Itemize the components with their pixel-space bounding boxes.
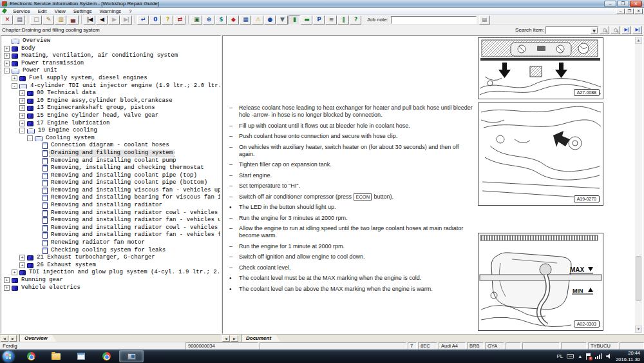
expand-toggle[interactable]: + [19,113,25,119]
expand-toggle[interactable]: + [19,121,25,126]
search-previous-button[interactable] [600,26,609,34]
tree-item[interactable]: Connection diagram - coolant hoses [1,142,220,150]
tree-item[interactable]: +26 Exhaust system [1,262,220,270]
tree-item[interactable]: +Fuel supply system, diesel engines [1,75,220,83]
vehicle-button[interactable]: ▄ [67,15,79,25]
menu-view[interactable]: View [50,8,69,15]
jump-next-button[interactable]: ▶| [632,26,642,34]
next-page-button[interactable]: ▶ [108,15,120,25]
tab-overview[interactable]: Overview [19,335,57,342]
minimize-button[interactable]: – [604,1,616,7]
mdi-minimize-button[interactable]: – [616,8,625,14]
expand-toggle[interactable]: + [4,285,10,291]
taskbar-window-button[interactable] [69,350,93,362]
language-indicator[interactable]: PL [556,353,563,359]
transfer-button[interactable]: ⇄ [174,15,185,25]
tab-scroll-left-icon[interactable]: ◀ [222,335,230,342]
tree-item[interactable]: -4-cylinder TDI unit injector engine (1.… [1,83,220,90]
tree-item[interactable]: +Power transmission [1,60,220,68]
component-search-button[interactable]: ◆ [227,15,239,25]
new-document-button[interactable]: □ [30,15,42,25]
tree-item[interactable]: Removing and installing coolant pipe (bo… [1,179,220,187]
expand-toggle[interactable]: + [12,75,17,81]
tree-item[interactable]: +00 Technical data [1,90,220,97]
taskbar-elsa-button[interactable] [119,350,144,362]
tree-item[interactable]: Removing and installing coolant pipe (to… [1,172,220,180]
mdi-restore-button[interactable]: ❒ [625,8,634,14]
expand-toggle[interactable]: - [4,68,10,74]
expand-toggle[interactable]: - [27,135,33,141]
tab-scroll-right-icon[interactable]: ▶ [231,335,238,342]
tab-scroll-right-icon[interactable]: ▶ [9,335,17,342]
tree-item[interactable]: +13 Enginecrankshaft group, pistons [1,104,220,112]
notepad-button[interactable]: ≡ [325,15,337,25]
menu-help[interactable]: ? [125,8,135,15]
chevron-down-icon[interactable]: ▼ [591,27,598,34]
tree-item[interactable]: Removing and installing viscous fan - ve… [1,187,220,195]
expand-toggle[interactable]: + [4,46,10,52]
tree-item[interactable]: +Running gear [1,277,220,284]
tree-item[interactable]: Removing, installing and checking thermo… [1,164,220,172]
expand-toggle[interactable]: + [4,53,10,59]
keyboard-icon[interactable] [567,354,574,358]
tree-item[interactable]: Checking cooling system for leaks [1,247,220,255]
tree-item[interactable]: +15 Engine cylinder head, valve gear [1,112,220,120]
expand-toggle[interactable]: + [19,105,25,111]
service-schedules-button[interactable]: $ [215,15,227,25]
search-item-combobox[interactable]: ▼ [545,26,598,34]
scrollbar-thumb[interactable] [636,256,641,301]
tree-item[interactable]: +10 Engine assy,cylinder block,crankcase [1,97,220,105]
expand-toggle[interactable]: + [19,255,25,260]
exit-button[interactable]: ✕ [1,15,13,25]
tree-item[interactable]: Removing and installing radiator fan - v… [1,231,220,239]
workshop-manual-button[interactable]: ▮ [289,15,300,25]
wiring-diagrams-button[interactable]: ⊕ [203,15,214,25]
speaker-icon[interactable] [606,353,612,359]
taskbar-chrome-button[interactable] [19,350,43,362]
tree-item[interactable]: -Power unit [1,67,220,75]
expand-toggle[interactable]: + [19,98,25,104]
jump-previous-button[interactable]: ▶| [621,26,631,34]
taskbar-clock[interactable]: 20:44 2016-11-30 [616,350,640,363]
tree-item[interactable]: Removing and installing bearing for visc… [1,194,220,202]
print-button[interactable]: ▤ [14,15,25,25]
back-button[interactable]: ↵ [137,15,149,25]
tree-item[interactable]: Removing and installing coolant pump [1,157,220,165]
menu-edit[interactable]: Edit [34,8,51,15]
tree-item[interactable]: Removing and installing radiator [1,202,220,210]
edit-document-button[interactable]: ✎ [43,15,54,25]
tree-item[interactable]: +Heating, ventilation, air conditioning … [1,52,220,60]
expand-toggle[interactable]: + [19,262,25,268]
info-button[interactable]: 0 [149,15,161,25]
tree-item[interactable]: Draining and filling cooling system [1,150,220,157]
action-center-flag-icon[interactable]: ✕ [586,353,591,360]
start-button[interactable] [3,351,14,362]
tree-item[interactable]: Removing and installing radiator fan - v… [1,217,220,224]
previous-page-button[interactable]: ◀ [96,15,108,25]
tab-scroll-left-icon[interactable]: ◀ [1,335,8,342]
save-button[interactable]: ▼ [276,15,288,25]
tree-item[interactable]: -19 Engine cooling [1,127,220,135]
scroll-up-icon[interactable]: ▲ [635,37,642,44]
job-note-send-icon[interactable]: ▤ [479,15,490,25]
repair-group-button[interactable]: ▣ [191,15,202,25]
expand-toggle[interactable]: - [12,83,17,89]
manuals-button[interactable]: ‖ [337,15,349,25]
warnings-button[interactable]: ⚠ [252,15,263,25]
manual-help-button[interactable]: ? [350,15,361,25]
document-copy-button[interactable]: ▥ [55,15,66,25]
tree-item[interactable]: -Cooling system [1,135,220,142]
help-button[interactable]: ? [162,15,173,25]
tree-item[interactable]: +Body [1,45,220,53]
tree-item[interactable]: Removing and installing radiator cowl - … [1,210,220,217]
online-services-button[interactable]: ● [264,15,276,25]
vehicle-data-button[interactable]: ▬ [301,15,312,25]
tree-item[interactable]: +17 Engine lubrication [1,120,220,128]
expand-toggle[interactable]: + [4,277,10,283]
tray-expand-icon[interactable]: ▲ [578,354,582,358]
tree-item[interactable]: Removing and installing radiator cowl - … [1,224,220,232]
scroll-down-icon[interactable]: ▼ [635,326,642,333]
maximize-button[interactable]: ❒ [617,1,629,7]
expand-toggle[interactable]: - [19,128,25,133]
taskbar-explorer-button[interactable] [44,350,68,362]
